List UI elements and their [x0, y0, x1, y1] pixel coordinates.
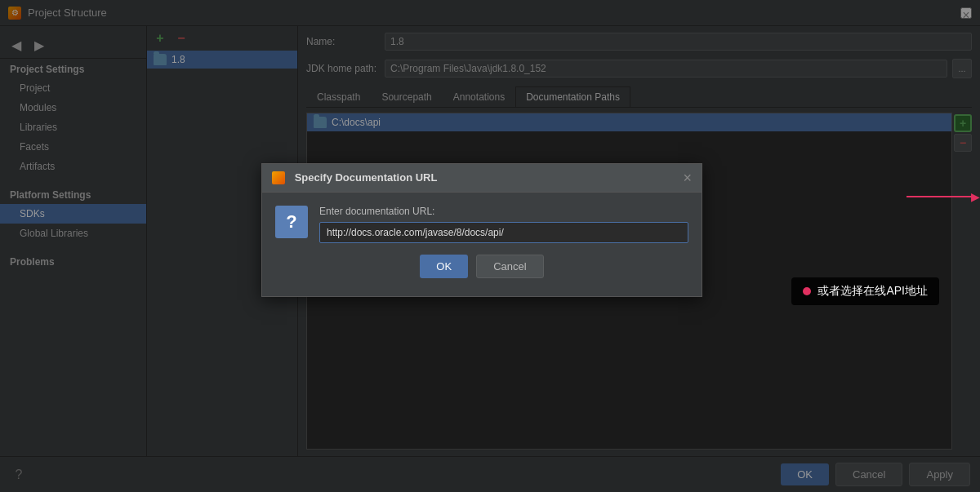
modal-cancel-button[interactable]: Cancel — [476, 255, 543, 278]
modal-title-left: Specify Documentation URL — [272, 171, 437, 185]
modal-title: Specify Documentation URL — [295, 171, 438, 184]
modal-content-row: ? Enter documentation URL: — [275, 206, 688, 243]
modal-buttons: OK Cancel — [275, 255, 688, 283]
modal-dialog: Specify Documentation URL × ? Enter docu… — [261, 163, 702, 297]
modal-overlay: Specify Documentation URL × ? Enter docu… — [0, 0, 980, 492]
question-icon: ? — [275, 206, 308, 238]
modal-title-icon — [272, 171, 285, 184]
modal-body: ? Enter documentation URL: OK Cancel — [262, 193, 702, 296]
modal-close-button[interactable]: × — [683, 171, 692, 185]
modal-input-area: Enter documentation URL: — [319, 206, 688, 243]
modal-title-bar: Specify Documentation URL × — [262, 164, 702, 193]
modal-ok-button[interactable]: OK — [420, 255, 468, 278]
modal-url-input[interactable] — [319, 222, 688, 243]
modal-label: Enter documentation URL: — [319, 206, 688, 217]
